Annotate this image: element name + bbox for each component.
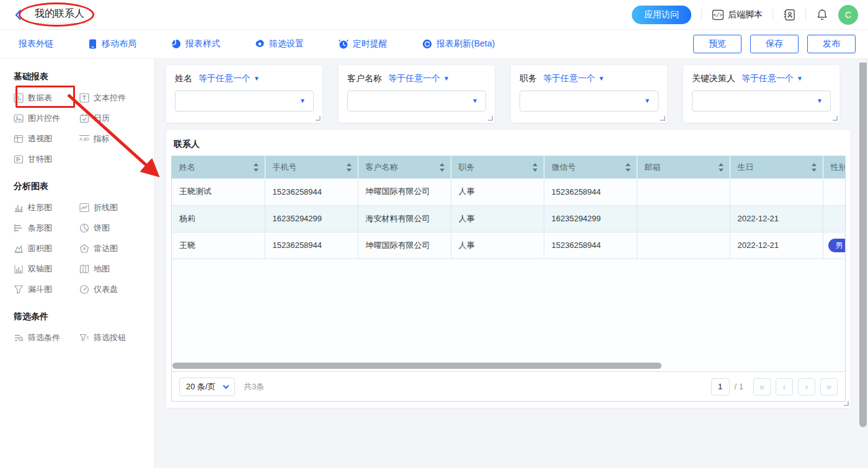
data-table-widget[interactable]: 联系人 姓名 手机号 客户名称 职务 微信号 邮箱 bbox=[166, 130, 851, 408]
sort-icon[interactable] bbox=[533, 162, 538, 172]
column-header-email[interactable]: 邮箱 bbox=[637, 156, 730, 179]
caret-down-icon: ▼ bbox=[817, 98, 823, 104]
sidebar-item-pie-chart[interactable]: 饼图 bbox=[79, 223, 145, 234]
sort-icon[interactable] bbox=[626, 162, 631, 172]
sidebar-item-bar-chart[interactable]: 条形图 bbox=[14, 223, 79, 234]
table-row[interactable]: 杨莉 16235294299 海安材料有限公司 人事 16235294299 2… bbox=[172, 205, 845, 232]
vertical-scrollbar[interactable] bbox=[859, 63, 867, 427]
table-row[interactable]: 王晓 15236258944 坤曜国际有限公司 人事 15236258944 2… bbox=[172, 232, 845, 258]
last-page-button[interactable]: » bbox=[820, 378, 838, 395]
table-empty-area bbox=[172, 259, 845, 372]
column-header-position[interactable]: 职务 bbox=[451, 156, 544, 179]
sidebar-item-line-chart[interactable]: 折线图 bbox=[79, 202, 145, 213]
pie-chart-icon bbox=[79, 223, 89, 233]
sidebar-item-map[interactable]: 地图 bbox=[79, 263, 145, 275]
page-number-input[interactable] bbox=[711, 378, 730, 395]
gantt-icon bbox=[14, 154, 24, 164]
sidebar-item-gantt[interactable]: 甘特图 bbox=[14, 154, 79, 165]
toolbar-item-external-link[interactable]: 报表外链 bbox=[19, 38, 53, 50]
filter-value-select[interactable]: ▼ bbox=[692, 91, 831, 112]
resize-handle[interactable] bbox=[316, 116, 321, 121]
column-header-gender[interactable]: 性别 bbox=[823, 156, 845, 179]
filter-value-select[interactable]: ▼ bbox=[520, 91, 658, 112]
sort-icon[interactable] bbox=[254, 162, 259, 172]
contacts-book-icon[interactable] bbox=[783, 9, 795, 21]
sort-icon[interactable] bbox=[347, 162, 352, 172]
sidebar-item-filter-button[interactable]: 筛选按钮 bbox=[79, 332, 145, 343]
section-title-basic-reports: 基础报表 bbox=[14, 71, 144, 82]
filter-operator-dropdown[interactable]: 等于任意一个 ▼ bbox=[388, 73, 450, 84]
report-toolbar: 报表外链 移动布局 报表样式 筛选设置 bbox=[0, 30, 868, 59]
column-header-mobile[interactable]: 手机号 bbox=[265, 156, 358, 179]
column-header-name[interactable]: 姓名 bbox=[172, 156, 265, 179]
sidebar-item-area-chart[interactable]: 面积图 bbox=[14, 243, 79, 254]
filter-value-select[interactable]: ▼ bbox=[175, 91, 314, 112]
filter-value-select[interactable]: ▼ bbox=[347, 91, 486, 112]
sidebar-item-pivot[interactable]: 透视图 bbox=[14, 133, 79, 144]
first-page-button[interactable]: « bbox=[753, 378, 771, 395]
filter-operator-dropdown[interactable]: 等于任意一个 ▼ bbox=[742, 73, 803, 84]
filter-widget-position[interactable]: 职务 等于任意一个 ▼ ▼ bbox=[511, 65, 667, 123]
filter-operator-dropdown[interactable]: 等于任意一个 ▼ bbox=[198, 73, 260, 84]
caret-down-icon: ▼ bbox=[254, 76, 260, 82]
column-header-birthday[interactable]: 生日 bbox=[730, 156, 823, 179]
sidebar-item-funnel-chart[interactable]: 漏斗图 bbox=[14, 284, 79, 295]
filter-label: 姓名 bbox=[175, 73, 192, 84]
notification-bell-icon[interactable] bbox=[816, 9, 828, 21]
preview-button[interactable]: 预览 bbox=[693, 35, 742, 53]
toolbar-item-mobile-layout[interactable]: 移动布局 bbox=[88, 38, 136, 50]
app-access-button[interactable]: 应用访问 bbox=[632, 6, 691, 24]
sidebar-item-metric[interactable]: 4,80 指标 bbox=[79, 133, 145, 144]
sort-icon[interactable] bbox=[440, 162, 445, 172]
column-chart-icon bbox=[14, 203, 24, 213]
sidebar-item-data-table[interactable]: 数据表 bbox=[14, 92, 79, 104]
column-header-wechat[interactable]: 微信号 bbox=[544, 156, 637, 179]
user-avatar[interactable]: C bbox=[838, 5, 858, 25]
resize-handle[interactable] bbox=[833, 116, 838, 121]
sidebar-item-calendar[interactable]: 日历 bbox=[79, 113, 145, 124]
resize-handle[interactable] bbox=[660, 116, 665, 121]
backend-script-button[interactable]: </> 后端脚本 bbox=[712, 9, 763, 21]
section-title-analysis-charts: 分析图表 bbox=[14, 181, 144, 192]
sidebar-item-text-widget[interactable]: 文本控件 bbox=[79, 92, 145, 104]
column-header-customer[interactable]: 客户名称 bbox=[358, 156, 451, 179]
next-page-button[interactable]: › bbox=[798, 378, 815, 395]
resize-handle[interactable] bbox=[844, 401, 849, 406]
pie-style-icon bbox=[171, 39, 181, 49]
toolbar-item-report-style[interactable]: 报表样式 bbox=[171, 38, 220, 50]
funnel-chart-icon bbox=[14, 285, 24, 294]
sort-icon[interactable] bbox=[719, 162, 724, 172]
back-icon[interactable] bbox=[12, 9, 25, 21]
sidebar-item-dual-axis-chart[interactable]: 双轴图 bbox=[14, 263, 79, 275]
sidebar-item-gauge[interactable]: 仪表盘 bbox=[79, 284, 145, 295]
toolbar-item-timed-reminder[interactable]: 定时提醒 bbox=[339, 38, 388, 50]
toolbar-item-report-refresh[interactable]: 报表刷新(Beta) bbox=[422, 38, 495, 50]
gear-icon bbox=[255, 39, 265, 49]
publish-button[interactable]: 发布 bbox=[807, 35, 856, 53]
table-row[interactable]: 王晓测试 15236258944 坤曜国际有限公司 人事 15236258944 bbox=[172, 179, 845, 205]
filter-operator-dropdown[interactable]: 等于任意一个 ▼ bbox=[543, 73, 604, 84]
save-button[interactable]: 保存 bbox=[750, 35, 799, 53]
section-title-filter-conditions: 筛选条件 bbox=[14, 311, 144, 322]
divider bbox=[773, 9, 773, 20]
page-title[interactable]: 我的联系人 bbox=[31, 6, 88, 24]
resize-handle[interactable] bbox=[488, 116, 493, 121]
sidebar-item-image-widget[interactable]: 图片控件 bbox=[14, 113, 79, 124]
filter-condition-icon bbox=[14, 333, 24, 343]
first-page-icon: « bbox=[760, 382, 764, 391]
toolbar-item-filter-settings[interactable]: 筛选设置 bbox=[255, 38, 304, 50]
sidebar-item-column-chart[interactable]: 柱形图 bbox=[14, 202, 79, 213]
filter-widget-customer-name[interactable]: 客户名称 等于任意一个 ▼ ▼ bbox=[339, 65, 495, 123]
filter-widget-key-decision-maker[interactable]: 关键决策人 等于任意一个 ▼ ▼ bbox=[683, 65, 839, 123]
page-size-select[interactable]: 20 条/页 bbox=[179, 377, 235, 396]
sidebar-item-filter-condition[interactable]: 筛选条件 bbox=[14, 332, 79, 343]
radar-chart-icon bbox=[79, 244, 89, 254]
report-designer-app: 我的联系人 应用访问 </> 后端脚本 bbox=[0, 0, 868, 468]
pivot-icon bbox=[14, 134, 24, 144]
table-title: 联系人 bbox=[174, 139, 846, 150]
prev-page-button[interactable]: ‹ bbox=[776, 378, 793, 395]
horizontal-scrollbar[interactable] bbox=[172, 363, 662, 369]
filter-widget-name[interactable]: 姓名 等于任意一个 ▼ ▼ bbox=[166, 65, 322, 123]
sidebar-item-radar-chart[interactable]: 雷达图 bbox=[79, 243, 145, 254]
sort-icon[interactable] bbox=[812, 162, 817, 172]
